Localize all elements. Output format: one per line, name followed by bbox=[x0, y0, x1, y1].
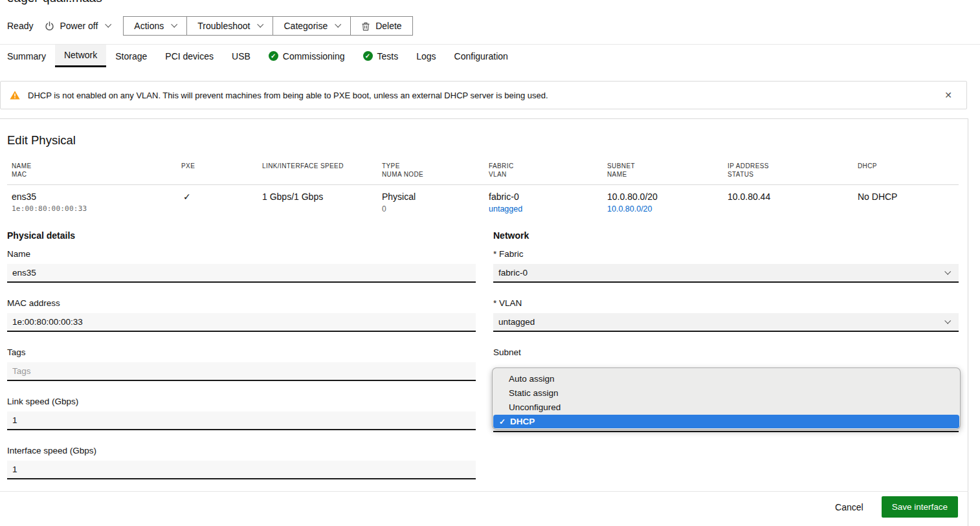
tab-label: Network bbox=[64, 50, 97, 60]
chevron-down-icon bbox=[172, 21, 178, 28]
cell-type-numa: Physical 0 bbox=[382, 192, 489, 214]
subnet-select-underline bbox=[493, 431, 959, 432]
chevron-down-icon bbox=[944, 268, 951, 274]
tab-label: USB bbox=[232, 51, 251, 61]
close-icon[interactable]: ✕ bbox=[939, 87, 957, 103]
troubleshoot-label: Troubleshoot bbox=[197, 21, 250, 31]
trash-icon bbox=[361, 21, 370, 31]
dropdown-option-auto-assign[interactable]: Auto assign bbox=[493, 372, 960, 386]
chevron-down-icon bbox=[944, 317, 951, 323]
success-icon: ✓ bbox=[269, 51, 278, 61]
tab-label: Commissioning bbox=[283, 51, 345, 61]
tab-network[interactable]: Network bbox=[55, 45, 106, 67]
tab-usb[interactable]: USB bbox=[223, 45, 260, 67]
cell-name-mac: ens35 1e:00:80:00:00:33 bbox=[7, 192, 181, 214]
cell-fabric-vlan: fabric-0 untagged bbox=[489, 192, 607, 214]
interface-speed-input[interactable] bbox=[7, 461, 476, 479]
col-link-speed: LINK/INTERFACE SPEED bbox=[262, 162, 382, 179]
tab-label: Logs bbox=[416, 51, 436, 61]
status-badge: Ready bbox=[7, 21, 33, 31]
network-form-title: Network bbox=[493, 230, 959, 241]
edit-physical-card: Edit Physical NAMEMAC PXE LINK/INTERFACE… bbox=[0, 118, 968, 526]
machine-actions-group: Actions Troubleshoot Categorise Delete bbox=[123, 16, 412, 36]
tab-label: Configuration bbox=[454, 51, 508, 61]
col-dhcp: DHCP bbox=[858, 162, 959, 179]
power-menu-button[interactable]: Power off bbox=[45, 21, 110, 31]
troubleshoot-button[interactable]: Troubleshoot bbox=[187, 17, 273, 35]
tab-configuration[interactable]: Configuration bbox=[445, 45, 517, 67]
name-field-group: Name bbox=[7, 249, 476, 283]
fabric-select[interactable]: fabric-0 bbox=[493, 264, 959, 283]
col-subnet-name: SUBNETNAME bbox=[607, 162, 728, 179]
tab-storage[interactable]: Storage bbox=[106, 45, 156, 67]
dropdown-option-dhcp-label: DHCP bbox=[510, 415, 535, 429]
subnet-link[interactable]: 10.0.80.0/20 bbox=[607, 204, 652, 214]
delete-label: Delete bbox=[375, 21, 401, 31]
col-ip-status: IP ADDRESSSTATUS bbox=[728, 162, 858, 179]
cell-ip-status: 10.0.80.44 bbox=[728, 192, 858, 214]
cell-pxe: ✓ bbox=[181, 192, 262, 214]
tags-field-group: Tags bbox=[7, 347, 476, 381]
col-pxe: PXE bbox=[181, 162, 262, 179]
subnet-label: Subnet bbox=[493, 347, 959, 357]
vlan-selected-value: untagged bbox=[498, 317, 535, 327]
mac-label: MAC address bbox=[7, 298, 476, 308]
link-speed-input[interactable] bbox=[7, 411, 476, 430]
check-icon: ✓ bbox=[499, 415, 506, 429]
dropdown-option-static-assign[interactable]: Static assign bbox=[493, 386, 960, 400]
name-input[interactable] bbox=[7, 264, 476, 283]
chevron-down-icon bbox=[335, 21, 341, 28]
page-title: eager-quail.maas bbox=[7, 0, 102, 5]
machine-status-row: Ready Power off Actions Troubleshoot Cat… bbox=[7, 16, 413, 36]
actions-button[interactable]: Actions bbox=[124, 17, 187, 35]
tab-logs[interactable]: Logs bbox=[407, 45, 445, 67]
dhcp-warning-banner: DHCP is not enabled on any VLAN. This wi… bbox=[0, 81, 967, 109]
tags-input[interactable] bbox=[7, 362, 476, 381]
machine-tabs: Summary Network Storage PCI devices USB … bbox=[0, 44, 980, 67]
mac-field-group: MAC address bbox=[7, 298, 476, 332]
tab-summary[interactable]: Summary bbox=[0, 45, 55, 67]
interface-speed-field-group: Interface speed (Gbps) bbox=[7, 446, 476, 479]
tags-label: Tags bbox=[7, 347, 476, 357]
vlan-link[interactable]: untagged bbox=[489, 204, 522, 214]
vlan-field-group: * VLAN untagged bbox=[493, 298, 959, 332]
col-fabric-vlan: FABRICVLAN bbox=[489, 162, 607, 179]
interface-table-header: NAMEMAC PXE LINK/INTERFACE SPEED TYPENUM… bbox=[7, 162, 959, 185]
tab-pci-devices[interactable]: PCI devices bbox=[156, 45, 223, 67]
cancel-button[interactable]: Cancel bbox=[835, 502, 863, 512]
dropdown-option-unconfigured[interactable]: Unconfigured bbox=[493, 400, 960, 415]
categorise-label: Categorise bbox=[284, 21, 328, 31]
delete-button[interactable]: Delete bbox=[351, 17, 412, 35]
tab-commissioning[interactable]: ✓ Commissioning bbox=[260, 45, 354, 67]
table-row: ens35 1e:00:80:00:00:33 ✓ 1 Gbps/1 Gbps … bbox=[7, 185, 959, 214]
categorise-button[interactable]: Categorise bbox=[273, 17, 351, 35]
physical-details-title: Physical details bbox=[7, 230, 476, 241]
cell-subnet-name: 10.0.80.0/20 10.0.80.0/20 bbox=[607, 192, 728, 214]
subnet-dropdown-menu: Auto assign Static assign Unconfigured ✓… bbox=[492, 367, 961, 430]
tab-label: Tests bbox=[377, 51, 399, 61]
vlan-select[interactable]: untagged bbox=[493, 313, 959, 332]
tab-label: Storage bbox=[115, 51, 147, 61]
success-icon: ✓ bbox=[363, 51, 373, 61]
form-footer: Cancel Save interface bbox=[835, 496, 958, 518]
col-type-numa: TYPENUMA NODE bbox=[382, 162, 489, 179]
tab-label: Summary bbox=[7, 51, 46, 61]
fabric-selected-value: fabric-0 bbox=[498, 268, 528, 278]
tab-tests[interactable]: ✓ Tests bbox=[354, 45, 408, 67]
interface-speed-label: Interface speed (Gbps) bbox=[7, 446, 476, 455]
footer-divider bbox=[0, 491, 968, 492]
interface-table: NAMEMAC PXE LINK/INTERFACE SPEED TYPENUM… bbox=[7, 162, 959, 214]
mac-input[interactable] bbox=[7, 313, 476, 332]
cell-link-speed: 1 Gbps/1 Gbps bbox=[262, 192, 382, 214]
section-title: Edit Physical bbox=[7, 133, 76, 148]
save-interface-button[interactable]: Save interface bbox=[882, 496, 958, 518]
network-form: Network * Fabric fabric-0 * VLAN untagge… bbox=[493, 230, 959, 495]
name-label: Name bbox=[7, 249, 476, 259]
fabric-field-group: * Fabric fabric-0 bbox=[493, 249, 959, 283]
dropdown-option-dhcp[interactable]: ✓ DHCP bbox=[493, 415, 959, 428]
cell-dhcp: No DHCP bbox=[858, 192, 959, 214]
actions-label: Actions bbox=[134, 21, 164, 31]
link-speed-label: Link speed (Gbps) bbox=[7, 397, 476, 406]
pxe-check-icon: ✓ bbox=[181, 192, 262, 203]
col-name-mac: NAMEMAC bbox=[7, 162, 181, 179]
